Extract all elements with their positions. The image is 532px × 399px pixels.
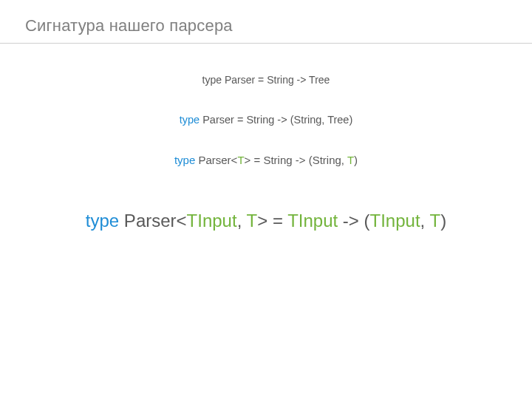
code-text: , bbox=[420, 211, 430, 231]
type-param: T bbox=[347, 154, 354, 166]
slide-title: Сигнатура нашего парсера bbox=[25, 16, 233, 35]
type-keyword: type bbox=[86, 211, 119, 231]
signature-line-2: type Parser = String -> (String, Tree) bbox=[0, 114, 532, 126]
type-param: T bbox=[429, 211, 440, 231]
code-text: ) bbox=[354, 154, 358, 166]
type-param: T bbox=[247, 211, 258, 231]
type-keyword: type bbox=[202, 74, 222, 86]
code-text: , bbox=[237, 211, 247, 231]
signature-line-1: type Parser = String -> Tree bbox=[0, 74, 532, 86]
signature-line-3: type Parser<T> = String -> (String, T) bbox=[0, 154, 532, 166]
type-param: TInput bbox=[287, 211, 338, 231]
title-rule bbox=[0, 43, 532, 44]
signature-line-4: type Parser<TInput, T> = TInput -> (TInp… bbox=[0, 211, 532, 231]
type-param: TInput bbox=[187, 211, 237, 231]
code-text: Parser< bbox=[195, 154, 237, 166]
content-area: type Parser = String -> Tree type Parser… bbox=[0, 66, 532, 231]
code-text: > = String -> (String, bbox=[245, 154, 347, 166]
type-keyword: type bbox=[180, 114, 200, 126]
type-keyword: type bbox=[174, 154, 195, 166]
type-param: T bbox=[237, 154, 244, 166]
code-text: Parser = String -> (String, Tree) bbox=[200, 114, 352, 126]
code-text: -> ( bbox=[338, 211, 369, 231]
type-param: TInput bbox=[370, 211, 420, 231]
code-text: Parser< bbox=[119, 211, 186, 231]
slide: Сигнатура нашего парсера type Parser = S… bbox=[0, 0, 532, 399]
code-text: ) bbox=[440, 211, 446, 231]
code-text: > = bbox=[257, 211, 287, 231]
code-text: Parser = String -> Tree bbox=[222, 74, 330, 86]
